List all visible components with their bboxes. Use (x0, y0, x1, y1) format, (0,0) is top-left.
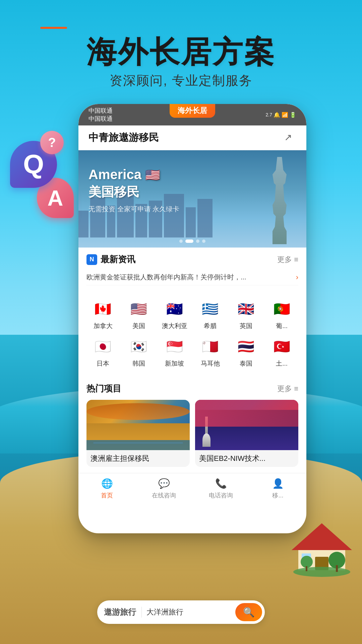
country-name-6: 日本 (97, 359, 109, 368)
overseas-tag: 海外长居 (170, 104, 215, 118)
projects-section: 热门项目 更多 ≡ 澳洲雇主担保移民 美国EB2-NIW技术... (78, 377, 306, 473)
countries-section: 🇨🇦 加拿大 🇺🇸 美国 🇦🇺 澳大利亚 🇬🇷 希腊 🇬🇧 英国 🇵🇹 葡...… (78, 292, 306, 374)
news-arrow: › (296, 273, 298, 282)
phone-mockup: 海外长居 中国联通 中国联通 5:21 2.7 🔔 📶 🔋 中青旅遨游移民 ↗ (78, 104, 306, 533)
qa-bubbles: Q ? A (10, 141, 74, 218)
country-flag-3: 🇬🇷 (199, 298, 221, 320)
banner-dot-1[interactable] (179, 239, 183, 243)
country-item-0[interactable]: 🇨🇦 加拿大 (86, 298, 120, 330)
country-flag-0: 🇨🇦 (92, 298, 114, 320)
country-item-2[interactable]: 🇦🇺 澳大利亚 (158, 298, 191, 330)
svg-point-5 (293, 567, 350, 577)
search-icon: 🔍 (243, 607, 255, 618)
projects-title: 热门项目 (86, 383, 121, 394)
nav-label-0: 首页 (101, 491, 113, 499)
carrier-info: 中国联通 中国联通 (88, 107, 113, 123)
country-flag-2: 🇦🇺 (164, 298, 185, 320)
country-name-1: 美国 (132, 322, 145, 330)
country-flag-11: 🇹🇷 (271, 336, 293, 357)
nav-icon-1: 💬 (157, 477, 171, 490)
project-card-0[interactable]: 澳洲雇主担保移民 (86, 400, 190, 467)
banner-pagination (179, 239, 205, 243)
country-item-4[interactable]: 🇬🇧 英国 (230, 298, 263, 330)
nav-item-2[interactable]: 📞 电话咨询 (192, 477, 249, 499)
question-mark-bubble: ? (40, 131, 64, 154)
banner-dot-4[interactable] (202, 239, 205, 243)
news-more-button[interactable]: 更多 ≡ (277, 255, 298, 265)
country-item-8[interactable]: 🇸🇬 新加坡 (158, 336, 191, 368)
svg-marker-1 (292, 523, 352, 550)
svg-rect-9 (306, 566, 307, 571)
status-indicators: 2.7 🔔 📶 🔋 (266, 112, 296, 118)
svg-rect-7 (336, 565, 338, 572)
bottom-search-bar[interactable]: 遨游旅行 大洋洲旅行 🔍 (97, 600, 265, 624)
project-image-0 (86, 400, 190, 450)
country-item-7[interactable]: 🇰🇷 韩国 (122, 336, 156, 368)
nav-icon-0: 🌐 (100, 477, 114, 490)
app-header: 中青旅遨游移民 ↗ (78, 125, 306, 150)
banner-dot-2[interactable] (185, 239, 193, 243)
country-item-10[interactable]: 🇹🇭 泰国 (230, 336, 263, 368)
country-flag-6: 🇯🇵 (92, 336, 114, 357)
svg-point-8 (301, 556, 313, 568)
header-title: 海外长居方案 (0, 36, 362, 69)
app-title: 中青旅遨游移民 (88, 131, 159, 145)
project-image-1 (195, 400, 298, 450)
country-name-10: 泰国 (240, 359, 252, 368)
project-label-0: 澳洲雇主担保移民 (86, 450, 190, 467)
statue-of-liberty (256, 157, 300, 237)
country-item-9[interactable]: 🇲🇹 马耳他 (194, 336, 227, 368)
hero-banner[interactable]: America 🇺🇸 美国移民 无需投资 全家可申请 永久绿卡 (78, 150, 306, 248)
battery-icon: 🔋 (290, 112, 296, 118)
banner-dot-3[interactable] (196, 239, 199, 243)
country-flag-5: 🇵🇹 (271, 298, 293, 320)
banner-english: America 🇺🇸 (88, 167, 179, 182)
country-item-3[interactable]: 🇬🇷 希腊 (194, 298, 227, 330)
country-name-7: 韩国 (132, 359, 145, 368)
search-text[interactable]: 大洋洲旅行 (146, 607, 235, 617)
news-section: N 最新资讯 更多 ≡ 欧洲黄金签证获批人数再创年内新高！关停倒计时，... › (78, 248, 306, 289)
speed-indicator: 2.7 (266, 112, 272, 117)
network-indicator: 🔔 (274, 112, 280, 118)
country-flag-8: 🇸🇬 (164, 336, 185, 357)
country-item-1[interactable]: 🇺🇸 美国 (122, 298, 156, 330)
country-flag-1: 🇺🇸 (128, 298, 149, 320)
project-label-1: 美国EB2-NIW技术... (195, 450, 298, 467)
country-flag-10: 🇹🇭 (235, 336, 257, 357)
nav-label-1: 在线咨询 (152, 491, 176, 499)
news-header: N 最新资讯 更多 ≡ (86, 254, 298, 265)
country-flag-9: 🇲🇹 (199, 336, 221, 357)
news-title: N 最新资讯 (86, 254, 135, 265)
banner-text: America 🇺🇸 美国移民 无需投资 全家可申请 永久绿卡 (88, 167, 179, 214)
country-name-5: 葡... (276, 322, 288, 330)
nav-icon-2: 📞 (214, 477, 228, 490)
nav-item-3[interactable]: 👤 移... (249, 477, 306, 499)
country-flag-7: 🇰🇷 (128, 336, 149, 357)
project-card-1[interactable]: 美国EB2-NIW技术... (195, 400, 298, 467)
country-item-5[interactable]: 🇵🇹 葡... (265, 298, 298, 330)
country-name-4: 英国 (240, 322, 252, 330)
projects-more-button[interactable]: 更多 ≡ (277, 384, 298, 394)
nav-item-1[interactable]: 💬 在线咨询 (135, 477, 192, 499)
nav-item-0[interactable]: 🌐 首页 (78, 477, 135, 499)
bottom-navigation: 🌐 首页 💬 在线咨询 📞 电话咨询 👤 移... (78, 473, 306, 501)
banner-chinese: 美国移民 (88, 183, 179, 201)
search-button[interactable]: 🔍 (235, 603, 262, 621)
share-icon[interactable]: ↗ (284, 132, 296, 144)
country-item-6[interactable]: 🇯🇵 日本 (86, 336, 120, 368)
nav-icon-3: 👤 (271, 477, 285, 490)
country-name-9: 马耳他 (201, 359, 220, 368)
country-name-3: 希腊 (204, 322, 217, 330)
q-bubble: Q ? (10, 141, 57, 188)
banner-description: 无需投资 全家可申请 永久绿卡 (88, 205, 179, 214)
country-flag-4: 🇬🇧 (235, 298, 257, 320)
news-item[interactable]: 欧洲黄金签证获批人数再创年内新高！关停倒计时，... › (86, 269, 298, 285)
country-name-11: 土... (276, 359, 288, 368)
nav-label-2: 电话咨询 (209, 491, 233, 499)
flag-emoji: 🇺🇸 (145, 168, 160, 182)
nav-label-3: 移... (272, 491, 283, 499)
country-item-11[interactable]: 🇹🇷 土... (265, 336, 298, 368)
wifi-icon: 📶 (282, 112, 288, 118)
country-name-8: 新加坡 (165, 359, 184, 368)
projects-grid: 澳洲雇主担保移民 美国EB2-NIW技术... (86, 400, 298, 467)
